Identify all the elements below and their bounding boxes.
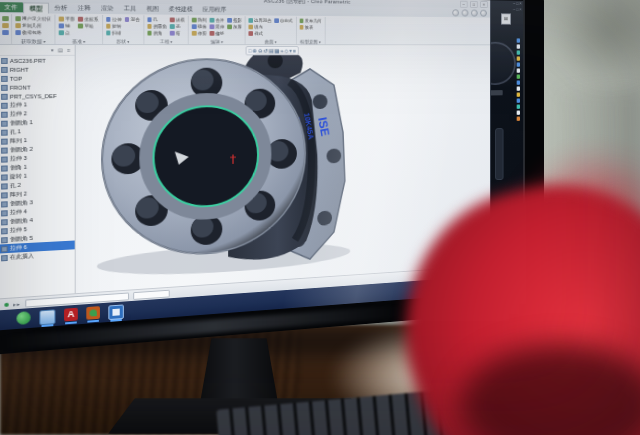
feature-icon [147,18,152,22]
ucs-icon[interactable]: ⊞ [501,13,511,24]
feature-icon [192,25,196,29]
ribbon-button[interactable]: 偏移 [210,30,225,37]
feature-icon [1,174,8,180]
zoom-in-icon[interactable]: ⊕ [253,47,257,54]
ribbon-group-label[interactable]: 编辑 [192,38,242,44]
taskbar-icon-app-green[interactable] [16,311,30,325]
ribbon-button[interactable]: 筋 [170,30,185,37]
perspective-icon[interactable]: ◇ [284,47,288,53]
feature-icon [274,19,278,23]
feature-icon [227,25,231,29]
ribbon-button[interactable]: 收缩包络 [15,29,51,36]
tree-settings-icon[interactable]: ≡ [67,47,70,53]
zoom-out-icon[interactable]: ⊖ [258,47,262,53]
ribbon-group-label[interactable]: 模型意图 [299,39,321,45]
feature-icon [227,18,231,22]
tab-annotate[interactable]: 注释 [73,3,96,13]
ribbon-button[interactable]: 混合 [124,16,139,23]
regenerate-icon[interactable] [2,16,9,21]
feature-icon [147,31,152,35]
tab-analysis[interactable]: 分析 [49,3,73,13]
shade-style-icon[interactable]: ▤ [269,47,274,53]
taskbar-icon-cad-document[interactable] [108,304,124,320]
feature-icon [124,17,129,21]
paste-icon[interactable] [2,30,9,35]
feature-icon [1,84,8,90]
dark-toolbar-icon[interactable] [516,80,520,84]
operations-icons [1,14,12,44]
ribbon-button[interactable]: 修剪 [192,30,207,37]
feature-icon [1,138,8,144]
dark-toolbar-icon[interactable] [516,98,520,102]
feature-icon [1,120,8,126]
taskbar-icon-autocad[interactable]: A [64,307,78,321]
dark-toolbar-icon[interactable] [516,110,520,114]
tab-model[interactable]: 模型 [23,2,49,13]
dark-toolbar-icon[interactable] [516,74,520,78]
datum-display-icon[interactable]: ▦ [275,47,280,53]
ribbon-button[interactable]: 倒角 [147,30,167,37]
feature-icon [1,201,8,207]
dark-toolbar-icon[interactable] [516,56,520,60]
feature-icon [170,31,175,35]
ribbon-group-label[interactable]: 形状 [106,38,140,44]
taskbar-icon-creo-app[interactable] [86,306,100,320]
refit-icon[interactable]: □ [248,47,251,54]
spin-center-icon[interactable]: + [280,47,283,53]
ribbon-button[interactable]: 点 [59,29,75,36]
tab-view[interactable]: 视图 [141,4,163,14]
dark-toolbar-icon[interactable] [516,92,520,96]
dark-toolbar-icon[interactable] [516,104,520,108]
feature-icon [299,19,303,23]
dark-toolbar-icon[interactable] [516,68,520,72]
ribbon-button[interactable]: 加厚 [227,24,242,31]
model-tree-panel: ▾▤≡ ASC236.PRTRIGHTTOPFRONTPRT_CSYS_DEF拉… [0,45,76,298]
tab-flex-modeling[interactable]: 柔性建模 [164,4,198,14]
ribbon-group-label[interactable]: 获取数据 [15,38,51,44]
dark-toolbar-icon[interactable] [516,62,520,66]
ribbon-group-label[interactable]: 基准 [59,38,99,44]
ribbon-group-5: 阵列镜像修剪合并延伸偏移投影加厚编辑 [189,16,246,44]
compass-button[interactable] [491,90,503,95]
dark-app-controls[interactable]: – □ × [513,1,521,5]
nav-arrows-icon[interactable]: ▸▸ [13,300,21,306]
dark-toolbar-icon[interactable] [516,38,520,42]
ribbon-button[interactable]: 族表 [299,24,321,31]
tree-item[interactable]: ASC236.PRT [0,56,75,65]
help-icon[interactable] [480,10,487,17]
feature-icon [1,246,8,252]
tab-tools[interactable]: 工具 [119,4,142,14]
tab-applications[interactable]: 应用程序 [198,5,231,15]
ribbon-group-label[interactable]: 工程 [147,38,185,44]
background-blur [550,0,640,85]
dark-toolbar-icon[interactable] [516,44,520,48]
repaint-icon[interactable]: ↺ [263,47,267,53]
dark-toolbar-icon[interactable] [516,116,520,120]
settings-icon[interactable] [471,10,478,17]
dark-toolbar-icon[interactable] [516,86,520,90]
saved-views-icon[interactable]: ▾ [289,47,292,53]
dark-doc-controls[interactable]: – □ × [513,7,521,11]
ribbon-button[interactable]: 扫描 [106,30,122,37]
ribbon-button[interactable]: 草绘 [78,23,99,30]
search-icon[interactable] [462,9,469,16]
ribbon-button[interactable]: 自由式 [274,17,292,24]
tree-list-icon[interactable]: ▤ [58,47,63,53]
ribbon-button[interactable]: 样式 [248,30,271,37]
taskbar-icon-file-explorer[interactable] [39,309,55,325]
navigation-compass[interactable] [491,42,516,86]
minimize-ribbon-icon[interactable] [452,9,459,16]
dark-toolbar-icon[interactable] [516,50,520,54]
feature-icon [59,17,64,21]
tab-render[interactable]: 渲染 [96,3,119,13]
copy-icon[interactable] [2,23,9,28]
feature-icon [1,192,8,198]
dark-toolbar [516,38,520,120]
view-manager-icon[interactable]: ≡ [293,47,296,53]
filter-icon[interactable]: ▾ [51,47,54,53]
feature-icon [1,57,8,63]
vertical-panel-tab[interactable] [495,128,503,180]
feature-icon [210,25,214,29]
ribbon-group-label[interactable]: 曲面 [248,39,292,45]
tab-file[interactable]: 文件 [0,2,23,12]
